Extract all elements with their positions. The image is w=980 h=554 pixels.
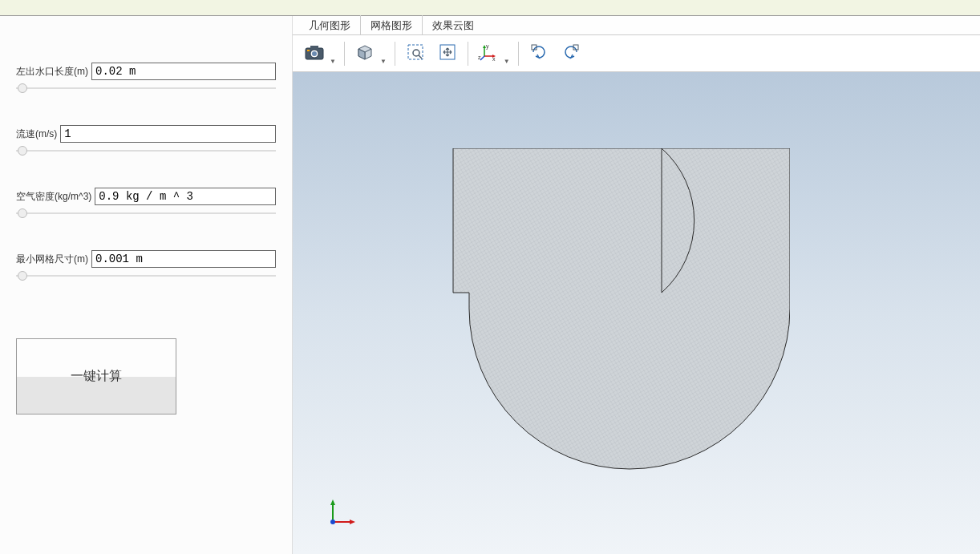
rotate-ccw-icon — [561, 42, 581, 64]
svg-text:x: x — [492, 56, 496, 62]
svg-point-3 — [312, 51, 317, 56]
zoom-region-button[interactable] — [400, 39, 431, 68]
svg-rect-1 — [310, 46, 318, 49]
outlet-length-slider[interactable] — [16, 82, 276, 95]
screenshot-button[interactable] — [299, 39, 330, 68]
param-min-mesh: 最小网格尺寸(m) — [16, 250, 276, 282]
min-mesh-slider[interactable] — [16, 269, 276, 282]
param-air-density: 空气密度(kg/m^3) — [16, 188, 276, 220]
outlet-length-input[interactable] — [91, 63, 276, 80]
min-mesh-input[interactable] — [91, 250, 276, 268]
view-cube-icon — [355, 42, 375, 64]
camera-icon — [304, 43, 325, 63]
pan-button[interactable] — [432, 39, 463, 68]
separator — [468, 42, 468, 66]
calculate-button[interactable]: 一键计算 — [16, 338, 176, 414]
rotate-ccw-button[interactable] — [556, 39, 586, 68]
svg-point-20 — [330, 520, 335, 524]
chevron-down-icon[interactable]: ▼ — [330, 58, 336, 68]
content-area: 几何图形 网格图形 效果云图 ▼ — [293, 16, 980, 554]
axes-triad-icon: y x z — [478, 42, 499, 65]
svg-line-13 — [480, 56, 484, 60]
velocity-input[interactable] — [60, 125, 276, 143]
sidebar: 左出水口长度(m) 流速(m/s) 空气密度(kg/m^3) — [0, 16, 293, 554]
tab-results[interactable]: 效果云图 — [423, 15, 484, 36]
viewport-toolbar: ▼ ▼ — [293, 35, 980, 72]
viewport-canvas[interactable] — [293, 72, 980, 554]
mesh-geometry — [437, 148, 790, 485]
svg-text:z: z — [478, 55, 481, 60]
tab-mesh[interactable]: 网格图形 — [361, 15, 423, 36]
tab-geometry[interactable]: 几何图形 — [299, 15, 361, 36]
chevron-down-icon[interactable]: ▼ — [380, 58, 387, 68]
velocity-slider[interactable] — [16, 144, 276, 157]
svg-line-7 — [419, 55, 422, 59]
air-density-input[interactable] — [95, 188, 276, 205]
param-label: 最小网格尺寸(m) — [16, 253, 88, 266]
corner-axes-triad — [325, 498, 357, 530]
separator — [518, 42, 519, 66]
rotate-cw-button[interactable] — [524, 39, 554, 68]
param-outlet-length: 左出水口长度(m) — [16, 63, 276, 95]
title-bar — [0, 0, 980, 16]
separator — [395, 42, 395, 66]
param-velocity: 流速(m/s) — [16, 125, 276, 157]
svg-point-6 — [413, 50, 419, 56]
main-layout: 左出水口长度(m) 流速(m/s) 空气密度(kg/m^3) — [0, 16, 980, 554]
separator — [344, 42, 345, 66]
pan-icon — [438, 42, 457, 64]
svg-text:y: y — [486, 43, 489, 50]
param-label: 空气密度(kg/m^3) — [16, 190, 91, 204]
chevron-down-icon[interactable]: ▼ — [504, 58, 510, 68]
rotate-cw-icon — [529, 42, 549, 64]
zoom-region-icon — [406, 42, 425, 64]
svg-rect-4 — [307, 50, 310, 51]
axes-triad-button[interactable]: y x z — [473, 39, 504, 68]
view-cube-button[interactable] — [350, 39, 380, 68]
air-density-slider[interactable] — [16, 207, 276, 220]
tab-bar: 几何图形 网格图形 效果云图 — [293, 16, 980, 35]
param-label: 左出水口长度(m) — [16, 65, 88, 79]
param-label: 流速(m/s) — [16, 127, 57, 141]
